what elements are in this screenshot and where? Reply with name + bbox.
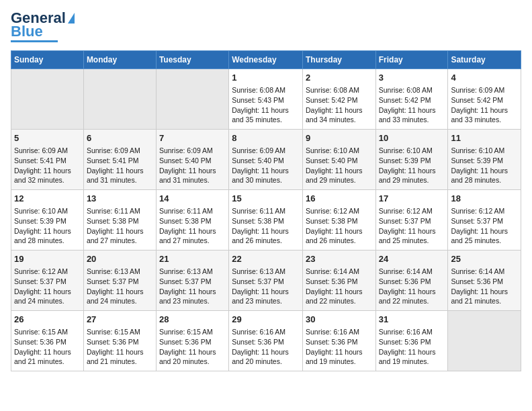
day-number: 16 (306, 193, 373, 205)
logo-part2: Blue (11, 24, 43, 39)
day-info: Sunrise: 6:10 AMSunset: 5:39 PMDaylight:… (451, 146, 518, 185)
day-info: Sunrise: 6:10 AMSunset: 5:40 PMDaylight:… (306, 146, 373, 185)
calendar-cell: 26Sunrise: 6:15 AMSunset: 5:36 PMDayligh… (11, 311, 84, 371)
day-number: 19 (14, 253, 81, 265)
day-info: Sunrise: 6:15 AMSunset: 5:36 PMDaylight:… (159, 327, 226, 367)
day-number: 30 (306, 314, 373, 326)
day-number: 13 (87, 193, 153, 205)
day-info: Sunrise: 6:16 AMSunset: 5:36 PMDaylight:… (379, 327, 445, 367)
day-info: Sunrise: 6:09 AMSunset: 5:41 PMDaylight:… (14, 146, 81, 185)
page-header: General Blue (11, 11, 521, 42)
day-info: Sunrise: 6:14 AMSunset: 5:36 PMDaylight:… (379, 267, 445, 306)
day-info: Sunrise: 6:08 AMSunset: 5:43 PMDaylight:… (232, 85, 300, 125)
day-header-wednesday: Wednesday (229, 51, 303, 69)
day-info: Sunrise: 6:13 AMSunset: 5:37 PMDaylight:… (159, 267, 226, 306)
calendar-cell: 3Sunrise: 6:08 AMSunset: 5:42 PMDaylight… (375, 69, 448, 130)
header-row: SundayMondayTuesdayWednesdayThursdayFrid… (11, 51, 521, 69)
day-number: 20 (87, 253, 153, 265)
day-header-friday: Friday (375, 51, 448, 69)
calendar-cell: 11Sunrise: 6:10 AMSunset: 5:39 PMDayligh… (448, 130, 521, 190)
day-info: Sunrise: 6:14 AMSunset: 5:36 PMDaylight:… (451, 267, 518, 306)
calendar-cell: 4Sunrise: 6:09 AMSunset: 5:42 PMDaylight… (448, 69, 521, 130)
day-info: Sunrise: 6:13 AMSunset: 5:37 PMDaylight:… (87, 267, 153, 306)
day-number: 11 (451, 132, 518, 144)
calendar-cell: 19Sunrise: 6:12 AMSunset: 5:37 PMDayligh… (11, 250, 84, 311)
day-number: 4 (451, 72, 518, 84)
day-info: Sunrise: 6:11 AMSunset: 5:38 PMDaylight:… (232, 206, 300, 246)
day-info: Sunrise: 6:15 AMSunset: 5:36 PMDaylight:… (87, 327, 153, 367)
calendar-cell: 8Sunrise: 6:09 AMSunset: 5:40 PMDaylight… (229, 130, 303, 190)
day-info: Sunrise: 6:10 AMSunset: 5:39 PMDaylight:… (379, 146, 445, 185)
calendar-cell: 23Sunrise: 6:14 AMSunset: 5:36 PMDayligh… (302, 250, 375, 311)
day-number: 8 (232, 132, 300, 144)
day-number: 6 (87, 132, 153, 144)
day-number: 22 (232, 253, 300, 265)
day-info: Sunrise: 6:09 AMSunset: 5:42 PMDaylight:… (451, 85, 518, 125)
calendar-cell: 10Sunrise: 6:10 AMSunset: 5:39 PMDayligh… (375, 130, 448, 190)
calendar-cell: 18Sunrise: 6:12 AMSunset: 5:37 PMDayligh… (448, 190, 521, 250)
calendar-cell: 22Sunrise: 6:13 AMSunset: 5:37 PMDayligh… (229, 250, 303, 311)
day-header-sunday: Sunday (11, 51, 84, 69)
day-header-thursday: Thursday (302, 51, 375, 69)
day-info: Sunrise: 6:12 AMSunset: 5:37 PMDaylight:… (451, 206, 518, 246)
day-number: 31 (379, 314, 445, 326)
day-number: 15 (232, 193, 300, 205)
calendar-cell: 28Sunrise: 6:15 AMSunset: 5:36 PMDayligh… (156, 311, 228, 371)
day-number: 2 (306, 72, 373, 84)
day-number: 10 (379, 132, 445, 144)
week-row-1: 1Sunrise: 6:08 AMSunset: 5:43 PMDaylight… (11, 69, 521, 130)
day-number: 14 (159, 193, 226, 205)
calendar-cell: 1Sunrise: 6:08 AMSunset: 5:43 PMDaylight… (229, 69, 303, 130)
day-number: 28 (159, 314, 226, 326)
calendar-cell: 31Sunrise: 6:16 AMSunset: 5:36 PMDayligh… (375, 311, 448, 371)
week-row-2: 5Sunrise: 6:09 AMSunset: 5:41 PMDaylight… (11, 130, 521, 190)
logo: General Blue (11, 11, 75, 42)
calendar-cell: 14Sunrise: 6:11 AMSunset: 5:38 PMDayligh… (156, 190, 228, 250)
calendar-cell: 29Sunrise: 6:16 AMSunset: 5:36 PMDayligh… (229, 311, 303, 371)
day-info: Sunrise: 6:09 AMSunset: 5:41 PMDaylight:… (87, 146, 153, 185)
day-number: 7 (159, 132, 226, 144)
calendar-cell: 27Sunrise: 6:15 AMSunset: 5:36 PMDayligh… (83, 311, 156, 371)
week-row-5: 26Sunrise: 6:15 AMSunset: 5:36 PMDayligh… (11, 311, 521, 371)
week-row-4: 19Sunrise: 6:12 AMSunset: 5:37 PMDayligh… (11, 250, 521, 311)
day-info: Sunrise: 6:09 AMSunset: 5:40 PMDaylight:… (232, 146, 300, 185)
day-number: 3 (379, 72, 445, 84)
day-info: Sunrise: 6:13 AMSunset: 5:37 PMDaylight:… (232, 267, 300, 306)
day-number: 12 (14, 193, 81, 205)
day-info: Sunrise: 6:08 AMSunset: 5:42 PMDaylight:… (306, 85, 373, 125)
day-number: 5 (14, 132, 81, 144)
day-number: 9 (306, 132, 373, 144)
calendar-cell: 30Sunrise: 6:16 AMSunset: 5:36 PMDayligh… (302, 311, 375, 371)
calendar-cell (11, 69, 84, 130)
week-row-3: 12Sunrise: 6:10 AMSunset: 5:39 PMDayligh… (11, 190, 521, 250)
logo-line (11, 40, 58, 42)
calendar-cell: 2Sunrise: 6:08 AMSunset: 5:42 PMDaylight… (302, 69, 375, 130)
day-info: Sunrise: 6:08 AMSunset: 5:42 PMDaylight:… (379, 85, 445, 125)
day-number: 17 (379, 193, 445, 205)
calendar-cell (448, 311, 521, 371)
day-info: Sunrise: 6:12 AMSunset: 5:38 PMDaylight:… (306, 206, 373, 246)
calendar-cell (156, 69, 228, 130)
day-info: Sunrise: 6:11 AMSunset: 5:38 PMDaylight:… (159, 206, 226, 246)
day-info: Sunrise: 6:11 AMSunset: 5:38 PMDaylight:… (87, 206, 153, 246)
calendar-cell: 5Sunrise: 6:09 AMSunset: 5:41 PMDaylight… (11, 130, 84, 190)
calendar-cell: 7Sunrise: 6:09 AMSunset: 5:40 PMDaylight… (156, 130, 228, 190)
calendar-cell: 24Sunrise: 6:14 AMSunset: 5:36 PMDayligh… (375, 250, 448, 311)
calendar-cell: 16Sunrise: 6:12 AMSunset: 5:38 PMDayligh… (302, 190, 375, 250)
calendar-cell (83, 69, 156, 130)
day-number: 18 (451, 193, 518, 205)
calendar-cell: 13Sunrise: 6:11 AMSunset: 5:38 PMDayligh… (83, 190, 156, 250)
day-number: 27 (87, 314, 153, 326)
day-info: Sunrise: 6:10 AMSunset: 5:39 PMDaylight:… (14, 206, 81, 246)
calendar-cell: 6Sunrise: 6:09 AMSunset: 5:41 PMDaylight… (83, 130, 156, 190)
day-header-tuesday: Tuesday (156, 51, 228, 69)
calendar-cell: 15Sunrise: 6:11 AMSunset: 5:38 PMDayligh… (229, 190, 303, 250)
day-info: Sunrise: 6:14 AMSunset: 5:36 PMDaylight:… (306, 267, 373, 306)
day-number: 23 (306, 253, 373, 265)
day-number: 1 (232, 72, 300, 84)
day-info: Sunrise: 6:16 AMSunset: 5:36 PMDaylight:… (232, 327, 300, 367)
day-header-monday: Monday (83, 51, 156, 69)
day-info: Sunrise: 6:12 AMSunset: 5:37 PMDaylight:… (379, 206, 445, 246)
day-info: Sunrise: 6:15 AMSunset: 5:36 PMDaylight:… (14, 327, 81, 367)
calendar-cell: 17Sunrise: 6:12 AMSunset: 5:37 PMDayligh… (375, 190, 448, 250)
